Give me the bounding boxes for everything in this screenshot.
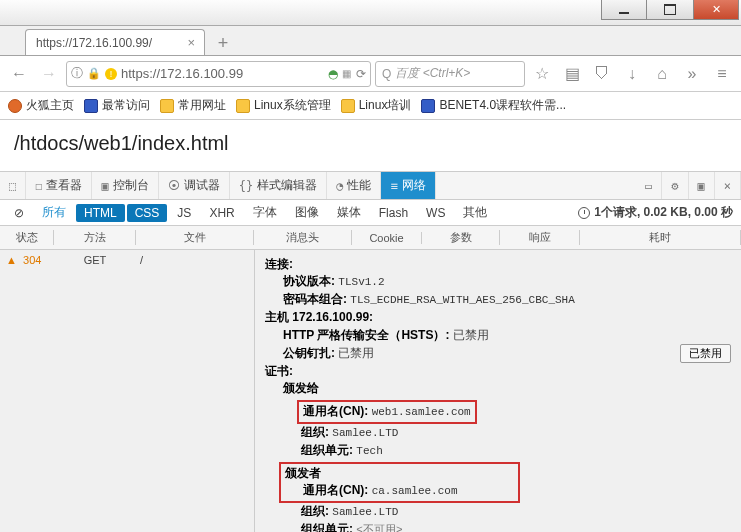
bookmark-label: Linux系统管理 <box>254 97 331 114</box>
bookmark-item[interactable]: 最常访问 <box>84 97 150 114</box>
overflow-menu-button[interactable]: » <box>679 61 705 87</box>
filter-xhr[interactable]: XHR <box>201 204 242 222</box>
filter-other[interactable]: 其他 <box>455 202 495 223</box>
nav-toolbar: ← → ⓘ 🔒 ! https://172.16.100.99 ◓ ▦ ⟳ Q … <box>0 56 741 92</box>
org-label: 组织: <box>301 425 329 439</box>
col-params[interactable]: 参数 <box>422 230 500 245</box>
main-menu-button[interactable]: ≡ <box>709 61 735 87</box>
devtools-settings-button[interactable]: ⚙ <box>662 172 688 199</box>
info-icon[interactable]: ⓘ <box>71 65 83 82</box>
tab-inspector[interactable]: ☐查看器 <box>26 172 92 199</box>
hsts-label: HTTP 严格传输安全（HSTS）: <box>283 328 449 342</box>
qr-icon[interactable]: ▦ <box>342 68 352 79</box>
pin-label: 公钥钉扎: <box>283 346 335 360</box>
filter-font[interactable]: 字体 <box>245 202 285 223</box>
org-value: Samlee.LTD <box>332 427 398 439</box>
home-button[interactable]: ⌂ <box>649 61 675 87</box>
browser-tab[interactable]: https://172.16.100.99/ × <box>25 29 205 55</box>
inspector-icon: ☐ <box>35 179 42 193</box>
devtools-dock-button[interactable]: ▣ <box>689 172 715 199</box>
bookmark-star-button[interactable]: ☆ <box>529 61 555 87</box>
cn-label: 通用名(CN): <box>303 483 368 497</box>
responsive-icon: ▭ <box>645 179 652 193</box>
window-minimize-button[interactable] <box>601 0 647 20</box>
filter-html[interactable]: HTML <box>76 204 125 222</box>
back-button[interactable]: ← <box>6 61 32 87</box>
network-columns-header: 状态 方法 文件 消息头 Cookie 参数 响应 耗时 <box>0 226 741 250</box>
shield-icon[interactable]: ◓ <box>328 67 338 81</box>
col-timing[interactable]: 耗时 <box>580 230 741 245</box>
bookmark-label: 最常访问 <box>102 97 150 114</box>
bookmark-item[interactable]: Linux培训 <box>341 97 412 114</box>
window-maximize-button[interactable] <box>647 0 693 20</box>
tab-style-editor[interactable]: {}样式编辑器 <box>230 172 327 199</box>
tab-label: 网络 <box>402 177 426 194</box>
clear-button[interactable]: ⊘ <box>6 204 32 222</box>
pick-element-button[interactable]: ⬚ <box>0 172 26 199</box>
responsive-mode-button[interactable]: ▭ <box>636 172 662 199</box>
filter-css[interactable]: CSS <box>127 204 168 222</box>
connection-heading: 连接: <box>265 257 293 271</box>
folder-icon <box>236 99 250 113</box>
devtools-tabbar: ⬚ ☐查看器 ▣控制台 ⦿调试器 {}样式编辑器 ◔性能 ≡网络 ▭ ⚙ ▣ × <box>0 172 741 200</box>
col-status[interactable]: 状态 <box>0 230 54 245</box>
highlight-issuer: 颁发者 通用名(CN): ca.samlee.com <box>279 462 520 503</box>
clock-icon <box>578 207 590 219</box>
col-file[interactable]: 文件 <box>136 230 254 245</box>
col-response[interactable]: 响应 <box>500 230 580 245</box>
tab-label: 控制台 <box>113 177 149 194</box>
col-cookie[interactable]: Cookie <box>352 232 422 244</box>
bookmark-item[interactable]: BENET4.0课程软件需... <box>421 97 566 114</box>
search-box[interactable]: Q 百度 <Ctrl+K> <box>375 61 525 87</box>
window-titlebar <box>0 0 741 26</box>
new-tab-button[interactable]: + <box>211 33 235 55</box>
request-row[interactable]: ▲ 304 GET / <box>0 250 254 270</box>
tab-console[interactable]: ▣控制台 <box>92 172 158 199</box>
summary-text: 1个请求, 0.02 KB, 0.00 秒 <box>594 204 733 221</box>
disable-button[interactable]: 已禁用 <box>680 344 731 363</box>
pocket-button[interactable]: ⛉ <box>589 61 615 87</box>
cn-to-value: web1.samlee.com <box>372 406 471 418</box>
bookmark-item[interactable]: 常用网址 <box>160 97 226 114</box>
security-warning-icon: ! <box>105 68 117 80</box>
bookmarks-bar: 火狐主页 最常访问 常用网址 Linux系统管理 Linux培训 BENET4.… <box>0 92 741 120</box>
request-list: ▲ 304 GET / <box>0 250 255 532</box>
tab-debugger[interactable]: ⦿调试器 <box>159 172 230 199</box>
window-close-button[interactable] <box>693 0 739 20</box>
reload-button[interactable]: ⟳ <box>356 67 366 81</box>
col-headers[interactable]: 消息头 <box>254 230 352 245</box>
downloads-button[interactable]: ↓ <box>619 61 645 87</box>
page-icon <box>421 99 435 113</box>
tab-performance[interactable]: ◔性能 <box>327 172 381 199</box>
url-text: https://172.16.100.99 <box>121 66 324 81</box>
filter-js[interactable]: JS <box>169 204 199 222</box>
hsts-value: 已禁用 <box>453 328 489 342</box>
ou-label: 组织单元: <box>301 443 353 457</box>
filter-ws[interactable]: WS <box>418 204 453 222</box>
style-icon: {} <box>239 179 253 193</box>
bookmark-item[interactable]: 火狐主页 <box>8 97 74 114</box>
host-heading: 主机 172.16.100.99: <box>265 310 373 324</box>
close-icon: × <box>724 179 731 193</box>
tab-label: 样式编辑器 <box>257 177 317 194</box>
filter-flash[interactable]: Flash <box>371 204 416 222</box>
devtools-close-button[interactable]: × <box>715 172 741 199</box>
folder-icon <box>341 99 355 113</box>
lock-icon: 🔒 <box>87 67 101 80</box>
url-bar[interactable]: ⓘ 🔒 ! https://172.16.100.99 ◓ ▦ ⟳ <box>66 61 371 87</box>
bookmark-item[interactable]: Linux系统管理 <box>236 97 331 114</box>
network-summary: 1个请求, 0.02 KB, 0.00 秒 <box>578 204 741 221</box>
request-file: / <box>136 254 143 266</box>
cipher-label: 密码本组合: <box>283 292 347 306</box>
firefox-icon <box>8 99 22 113</box>
col-method[interactable]: 方法 <box>54 230 136 245</box>
filter-all[interactable]: 所有 <box>34 202 74 223</box>
filter-img[interactable]: 图像 <box>287 202 327 223</box>
tab-label: 查看器 <box>46 177 82 194</box>
tab-network[interactable]: ≡网络 <box>381 172 435 199</box>
library-button[interactable]: ▤ <box>559 61 585 87</box>
tab-close-icon[interactable]: × <box>184 35 198 50</box>
filter-media[interactable]: 媒体 <box>329 202 369 223</box>
issued-to-heading: 颁发给 <box>283 381 319 395</box>
console-icon: ▣ <box>101 179 108 193</box>
